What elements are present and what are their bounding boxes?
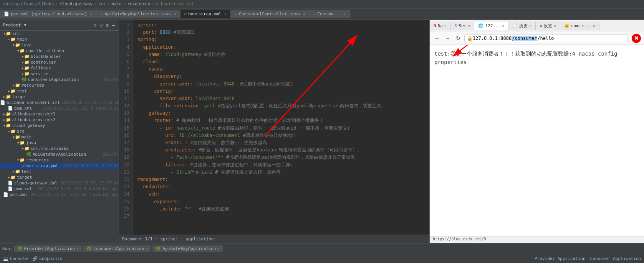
browser-tab-set-favicon: ⚙ bbox=[540, 23, 542, 28]
browser-tab-127-close[interactable]: × bbox=[502, 24, 504, 28]
tree-blockhandler[interactable]: ▸📁 blockHandler bbox=[0, 54, 119, 59]
tree-resources-1[interactable]: ▾📁 resources bbox=[0, 82, 119, 88]
console-label: Console bbox=[10, 256, 28, 261]
back-button[interactable]: ← bbox=[433, 35, 441, 42]
tree-gw-java[interactable]: ▾📁 java bbox=[0, 140, 119, 146]
tree-gw-iml[interactable]: 📄 cloud-gateway.iml 2021/8/20 11:56, 16.… bbox=[0, 180, 119, 186]
browser-tab-127[interactable]: 🌐 127... × bbox=[474, 22, 508, 30]
tree-main[interactable]: ▾📁 main bbox=[0, 36, 119, 42]
tree-bootstrap-yml[interactable]: ⚙ bootstrap.yml 2021/8/20 11:36, 1.26 kB bbox=[0, 163, 119, 169]
tree-com-lhc[interactable]: ▾📁 com.lhc.alibaba bbox=[0, 48, 119, 54]
tree-service[interactable]: ▸📁 service bbox=[0, 71, 119, 77]
tab-consumer2[interactable]: ☕ Consum... × bbox=[310, 10, 350, 18]
tree-main-label: main bbox=[17, 37, 119, 42]
tab-pom-label: pom.xml (spring-cloud-alibaba) bbox=[11, 12, 87, 16]
tree-gw-com-lhc-label: com.lhc.alibaba bbox=[31, 146, 119, 151]
browser-tab-127-label: 127... bbox=[485, 23, 500, 28]
sidebar-toolbar-btn-4[interactable]: – bbox=[111, 21, 116, 29]
tree-target-1[interactable]: ▸📁 target bbox=[0, 94, 119, 100]
breadcrumb-part-1[interactable]: spring-cloud-alibaba bbox=[3, 2, 54, 7]
tree-gw-test[interactable]: ▸📁 test bbox=[0, 169, 119, 174]
browser-tab-his[interactable]: 🕐 历史 × bbox=[508, 21, 536, 30]
breadcrumb-part-2[interactable]: cloud-gateway bbox=[60, 2, 93, 7]
browser-tab-his-close[interactable]: × bbox=[529, 24, 531, 28]
tab-bootstrap-label: bootstrap.yml bbox=[188, 12, 221, 16]
tab-consumer1-close[interactable]: × bbox=[303, 12, 305, 16]
bottom-toolbar: 💻 Console 🔗 Endpoints Provider Applicati… bbox=[0, 254, 644, 263]
sidebar-header: Project ▼ ⊕ ⊟ ⚙ – bbox=[0, 20, 119, 31]
tree-iml-consumer[interactable]: 📄 alibaba-consumer1.iml 2021/8/20 11:56,… bbox=[0, 100, 119, 105]
address-bar[interactable]: 🔒 127.0.0.1:8888/consumer/hello bbox=[464, 35, 628, 42]
bottom-tab-endpoints[interactable]: 🔗 Endpoints bbox=[32, 256, 62, 261]
tree-test-1-label: test bbox=[17, 89, 119, 94]
tree-gw-main[interactable]: ▾📁 main bbox=[0, 134, 119, 140]
tab-bootstrap-close[interactable]: × bbox=[224, 12, 227, 16]
tab-api[interactable]: ☕ ApiGateWayApplication.java × bbox=[97, 10, 180, 18]
endpoints-icon: 🔗 bbox=[32, 256, 38, 261]
tree-provider2[interactable]: ▸📁 alibaba-provider2 bbox=[0, 117, 119, 123]
browser-tab-com-close[interactable]: × bbox=[593, 24, 595, 28]
lock-icon: 🔒 bbox=[467, 36, 473, 41]
tab-api-close[interactable]: × bbox=[174, 12, 176, 16]
breadcrumb-bar: spring-cloud-alibaba › cloud-gateway › s… bbox=[0, 0, 644, 8]
folder-icon: ▸📁 bbox=[12, 169, 20, 174]
tree-provider1-label: alibaba-provider1 bbox=[12, 112, 119, 117]
browser-tab-ser[interactable]: S Ser × bbox=[451, 22, 475, 30]
browser-tab-set-label: 设置 bbox=[544, 23, 552, 29]
tree-gw-resources[interactable]: ▾📁 resources bbox=[0, 157, 119, 163]
code-content[interactable]: server: port: 8888 #项目端口 spring: applica… bbox=[133, 20, 429, 235]
tree-java[interactable]: ▾📁 java bbox=[0, 42, 119, 48]
tree-src[interactable]: ▾📁 src bbox=[0, 31, 119, 36]
run-tab-gateway[interactable]: 🌿 ApiGateWayApplication × bbox=[152, 245, 223, 252]
tree-api-app[interactable]: 🌿 ApiGateWayApplication 2021/8/ bbox=[0, 151, 119, 157]
tab-pom-root[interactable]: 📄 pom.xml (spring-cloud-alibaba) × bbox=[0, 10, 97, 18]
forward-button[interactable]: → bbox=[444, 35, 452, 42]
sidebar-toolbar-btn-2[interactable]: ⊟ bbox=[99, 21, 104, 29]
run-tab-consumer[interactable]: 🌿 Consumer1Application × bbox=[83, 245, 151, 252]
browser-tab-na[interactable]: N Na × bbox=[430, 22, 451, 30]
tab-pom-close[interactable]: × bbox=[90, 12, 93, 16]
tree-pom-consumer[interactable]: 📄 pom.xml 2021/8/19 11:12, 525 B Today 9… bbox=[0, 105, 119, 111]
tab-consumer2-close[interactable]: × bbox=[343, 12, 346, 16]
tree-gw-pom-label: pom.xml bbox=[14, 186, 36, 191]
tree-gw-target[interactable]: ▸📁 target bbox=[0, 174, 119, 180]
run-tab-gateway-close[interactable]: × bbox=[218, 247, 220, 251]
breadcrumb-part-5[interactable]: resources bbox=[127, 2, 150, 7]
browser-tab-set-close[interactable]: × bbox=[554, 24, 556, 28]
browser-tab-na-close[interactable]: × bbox=[444, 24, 447, 28]
tree-gw-src[interactable]: ▾📁 src bbox=[0, 128, 119, 134]
tree-controller[interactable]: ▸📁 controller bbox=[0, 59, 119, 65]
tree-gw-pom[interactable]: 📄 pom.xml 2021/8/20 9:49, 521 B 8 minute… bbox=[0, 186, 119, 192]
run-label: Run: bbox=[2, 246, 13, 251]
tree-gw-com-lhc[interactable]: ▾📁 com.lhc.alibaba bbox=[0, 146, 119, 151]
tree-consumer1app[interactable]: 🌿 Consumer1Application 2021/9/ bbox=[0, 77, 119, 82]
browser-tab-com[interactable]: 🐱 com.r... × bbox=[560, 22, 599, 30]
breadcrumb-part-3[interactable]: src bbox=[98, 2, 106, 7]
run-tab-provider[interactable]: 🌿 Provider1Application × bbox=[14, 245, 82, 252]
tree-fallback[interactable]: ▸📁 fallback bbox=[0, 65, 119, 71]
folder-icon: ▾📁 bbox=[17, 140, 25, 145]
tree-provider1[interactable]: ▸📁 alibaba-provider1 bbox=[0, 111, 119, 117]
tree-cloud-gateway[interactable]: ▾📁 cloud-gateway bbox=[0, 123, 119, 128]
xml-icon: 📄 bbox=[3, 192, 8, 197]
browser-tab-ser-close[interactable]: × bbox=[468, 24, 470, 28]
sidebar-toolbar-btn-3[interactable]: ⚙ bbox=[105, 21, 109, 29]
sidebar-toolbar-btn-1[interactable]: ⊕ bbox=[93, 21, 98, 29]
breadcrumb-part-6[interactable]: ⚙ bootstrap.yml bbox=[156, 2, 194, 7]
url-prefix: 127.0.0.1:8888 bbox=[473, 36, 512, 41]
bottom-tab-console[interactable]: 💻 Console bbox=[3, 256, 28, 261]
tree-gw-target-label: target bbox=[17, 175, 119, 180]
tree-gw-src-label: src bbox=[17, 129, 119, 134]
tree-test-1[interactable]: ▸📁 test bbox=[0, 88, 119, 94]
tab-consumer1[interactable]: ☕ Consumer1Controller.java × bbox=[231, 10, 310, 18]
breadcrumb-part-4[interactable]: main bbox=[111, 2, 122, 7]
tab-bootstrap[interactable]: ⚙ bootstrap.yml × bbox=[180, 10, 231, 18]
browser-tab-set[interactable]: ⚙ 设置 × bbox=[536, 21, 560, 30]
status-text: Document 1/1 · spring: · application: bbox=[122, 237, 216, 242]
run-tab-consumer-close[interactable]: × bbox=[146, 247, 148, 251]
tab-consumer2-icon: ☕ bbox=[313, 12, 316, 16]
tree-resources-1-label: resources bbox=[22, 83, 119, 88]
tree-root-pom[interactable]: 📄 pom.xml 2021/8/20 11:55, 3.23 kB 7 min… bbox=[0, 192, 119, 197]
refresh-button[interactable]: ↻ bbox=[454, 35, 462, 42]
run-tab-provider-close[interactable]: × bbox=[76, 247, 79, 251]
